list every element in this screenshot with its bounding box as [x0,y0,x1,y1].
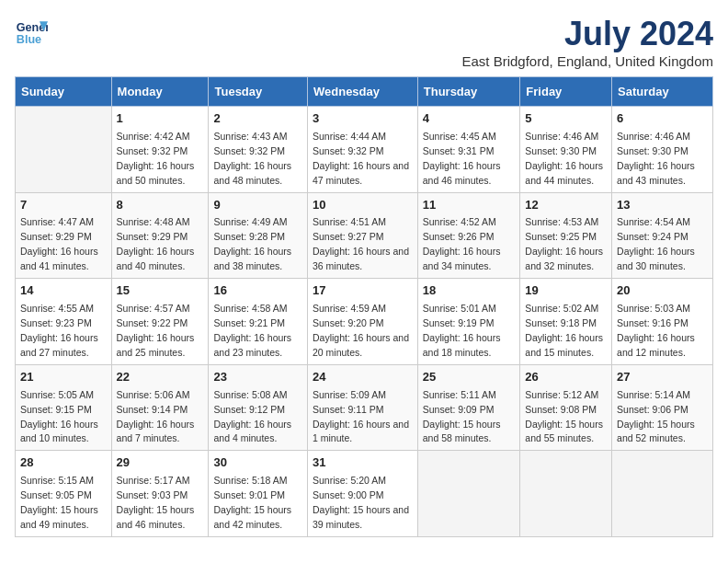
day-detail: Sunrise: 4:46 AM Sunset: 9:30 PM Dayligh… [525,131,603,186]
month-title: July 2024 [462,15,714,53]
day-number: 31 [313,454,413,472]
day-number: 7 [20,197,107,214]
day-detail: Sunrise: 5:15 AM Sunset: 9:05 PM Dayligh… [20,475,98,530]
day-number: 26 [525,369,607,386]
day-number: 3 [313,110,413,128]
day-detail: Sunrise: 5:08 AM Sunset: 9:12 PM Dayligh… [213,389,291,444]
calendar-cell: 11Sunrise: 4:52 AM Sunset: 9:26 PM Dayli… [417,192,520,279]
calendar-week-row: 14Sunrise: 4:55 AM Sunset: 9:23 PM Dayli… [16,279,713,365]
calendar-cell: 29Sunrise: 5:17 AM Sunset: 9:03 PM Dayli… [111,451,209,537]
calendar-cell: 9Sunrise: 4:49 AM Sunset: 9:28 PM Daylig… [209,192,308,279]
day-number: 14 [20,282,107,300]
calendar-week-row: 28Sunrise: 5:15 AM Sunset: 9:05 PM Dayli… [16,451,713,537]
calendar-cell: 27Sunrise: 5:14 AM Sunset: 9:06 PM Dayli… [612,364,713,451]
day-header-saturday: Saturday [612,77,713,107]
day-detail: Sunrise: 4:57 AM Sunset: 9:22 PM Dayligh… [117,303,195,358]
calendar-cell [417,451,520,537]
logo-icon: General Blue [15,15,48,48]
day-number: 17 [313,282,413,300]
day-number: 18 [423,282,516,300]
calendar-week-row: 7Sunrise: 4:47 AM Sunset: 9:29 PM Daylig… [16,192,713,279]
day-number: 24 [313,369,413,386]
calendar-cell: 12Sunrise: 4:53 AM Sunset: 9:25 PM Dayli… [520,192,612,279]
calendar-cell: 26Sunrise: 5:12 AM Sunset: 9:08 PM Dayli… [520,364,612,451]
day-header-tuesday: Tuesday [209,77,308,107]
calendar-cell: 18Sunrise: 5:01 AM Sunset: 9:19 PM Dayli… [417,279,520,365]
calendar-cell: 6Sunrise: 4:46 AM Sunset: 9:30 PM Daylig… [612,107,713,193]
day-detail: Sunrise: 5:11 AM Sunset: 9:09 PM Dayligh… [423,389,501,444]
day-detail: Sunrise: 4:44 AM Sunset: 9:32 PM Dayligh… [313,131,409,186]
calendar-cell: 22Sunrise: 5:06 AM Sunset: 9:14 PM Dayli… [111,364,209,451]
day-detail: Sunrise: 4:49 AM Sunset: 9:28 PM Dayligh… [213,216,291,271]
calendar-cell: 17Sunrise: 4:59 AM Sunset: 9:20 PM Dayli… [307,279,417,365]
day-detail: Sunrise: 4:52 AM Sunset: 9:26 PM Dayligh… [423,216,501,271]
day-detail: Sunrise: 5:01 AM Sunset: 9:19 PM Dayligh… [423,303,501,358]
calendar-cell: 14Sunrise: 4:55 AM Sunset: 9:23 PM Dayli… [16,279,112,365]
day-detail: Sunrise: 4:48 AM Sunset: 9:29 PM Dayligh… [117,216,195,271]
calendar-cell: 21Sunrise: 5:05 AM Sunset: 9:15 PM Dayli… [16,364,112,451]
day-number: 8 [117,197,204,214]
location-title: East Bridgford, England, United Kingdom [462,53,714,69]
day-detail: Sunrise: 4:59 AM Sunset: 9:20 PM Dayligh… [313,303,409,358]
calendar-cell: 20Sunrise: 5:03 AM Sunset: 9:16 PM Dayli… [612,279,713,365]
day-number: 1 [117,110,204,128]
calendar-cell: 28Sunrise: 5:15 AM Sunset: 9:05 PM Dayli… [16,451,112,537]
calendar-week-row: 21Sunrise: 5:05 AM Sunset: 9:15 PM Dayli… [16,364,713,451]
day-number: 27 [617,369,708,386]
calendar-cell [612,451,713,537]
calendar-cell: 23Sunrise: 5:08 AM Sunset: 9:12 PM Dayli… [209,364,308,451]
calendar-cell [520,451,612,537]
day-number: 15 [117,282,204,300]
day-number: 23 [213,369,302,386]
calendar-cell: 3Sunrise: 4:44 AM Sunset: 9:32 PM Daylig… [307,107,417,193]
page-header: General Blue July 2024 East Bridgford, E… [15,15,713,69]
day-detail: Sunrise: 4:47 AM Sunset: 9:29 PM Dayligh… [20,216,98,271]
day-number: 6 [617,110,708,128]
day-number: 28 [20,454,107,472]
day-number: 25 [423,369,516,386]
calendar-cell: 25Sunrise: 5:11 AM Sunset: 9:09 PM Dayli… [417,364,520,451]
day-number: 29 [117,454,204,472]
day-number: 4 [423,110,516,128]
calendar-header-row: SundayMondayTuesdayWednesdayThursdayFrid… [16,77,713,107]
day-header-sunday: Sunday [16,77,112,107]
day-detail: Sunrise: 4:55 AM Sunset: 9:23 PM Dayligh… [20,303,98,358]
calendar-cell: 8Sunrise: 4:48 AM Sunset: 9:29 PM Daylig… [111,192,209,279]
calendar-cell: 5Sunrise: 4:46 AM Sunset: 9:30 PM Daylig… [520,107,612,193]
day-number: 16 [213,282,302,300]
calendar-cell: 15Sunrise: 4:57 AM Sunset: 9:22 PM Dayli… [111,279,209,365]
calendar-cell: 30Sunrise: 5:18 AM Sunset: 9:01 PM Dayli… [209,451,308,537]
day-number: 10 [313,197,413,214]
day-detail: Sunrise: 5:03 AM Sunset: 9:16 PM Dayligh… [617,303,695,358]
day-detail: Sunrise: 5:17 AM Sunset: 9:03 PM Dayligh… [117,475,195,530]
day-detail: Sunrise: 4:42 AM Sunset: 9:32 PM Dayligh… [117,131,195,186]
calendar-cell: 13Sunrise: 4:54 AM Sunset: 9:24 PM Dayli… [612,192,713,279]
logo: General Blue [15,15,48,48]
calendar-cell: 24Sunrise: 5:09 AM Sunset: 9:11 PM Dayli… [307,364,417,451]
day-header-thursday: Thursday [417,77,520,107]
calendar-cell: 4Sunrise: 4:45 AM Sunset: 9:31 PM Daylig… [417,107,520,193]
day-detail: Sunrise: 4:46 AM Sunset: 9:30 PM Dayligh… [617,131,695,186]
day-number: 30 [213,454,302,472]
day-detail: Sunrise: 4:58 AM Sunset: 9:21 PM Dayligh… [213,303,291,358]
day-header-monday: Monday [111,77,209,107]
day-detail: Sunrise: 4:53 AM Sunset: 9:25 PM Dayligh… [525,216,603,271]
calendar-cell: 19Sunrise: 5:02 AM Sunset: 9:18 PM Dayli… [520,279,612,365]
day-detail: Sunrise: 5:05 AM Sunset: 9:15 PM Dayligh… [20,389,98,444]
calendar-cell: 10Sunrise: 4:51 AM Sunset: 9:27 PM Dayli… [307,192,417,279]
day-number: 21 [20,369,107,386]
day-detail: Sunrise: 4:43 AM Sunset: 9:32 PM Dayligh… [213,131,291,186]
calendar-cell: 7Sunrise: 4:47 AM Sunset: 9:29 PM Daylig… [16,192,112,279]
day-number: 22 [117,369,204,386]
day-header-friday: Friday [520,77,612,107]
day-header-wednesday: Wednesday [307,77,417,107]
day-number: 11 [423,197,516,214]
day-detail: Sunrise: 5:12 AM Sunset: 9:08 PM Dayligh… [525,389,603,444]
calendar-cell: 1Sunrise: 4:42 AM Sunset: 9:32 PM Daylig… [111,107,209,193]
svg-text:Blue: Blue [17,33,41,46]
calendar-cell: 16Sunrise: 4:58 AM Sunset: 9:21 PM Dayli… [209,279,308,365]
day-number: 20 [617,282,708,300]
calendar-week-row: 1Sunrise: 4:42 AM Sunset: 9:32 PM Daylig… [16,107,713,193]
day-detail: Sunrise: 4:45 AM Sunset: 9:31 PM Dayligh… [423,131,501,186]
calendar-cell: 2Sunrise: 4:43 AM Sunset: 9:32 PM Daylig… [209,107,308,193]
